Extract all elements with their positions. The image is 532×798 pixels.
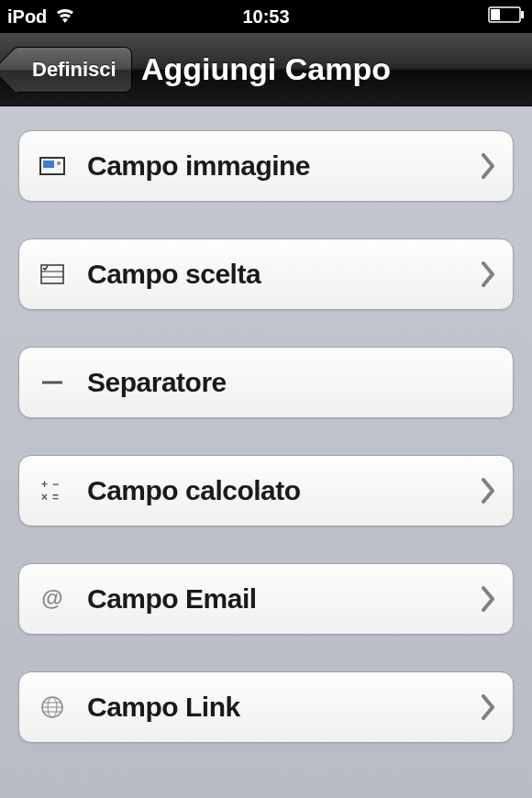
back-button[interactable]: Definisci — [11, 47, 132, 93]
svg-text:+: + — [41, 478, 48, 491]
nav-bar: Definisci Aggiungi Campo — [0, 33, 532, 106]
list-item-label: Separatore — [87, 367, 496, 398]
list-item-separator[interactable]: Separatore — [18, 347, 514, 418]
list-item-link-field[interactable]: Campo Link — [18, 671, 514, 743]
svg-rect-1 — [521, 11, 524, 18]
list-item-label: Campo Link — [87, 692, 480, 723]
link-field-icon — [36, 691, 69, 724]
battery-icon — [488, 6, 525, 28]
chevron-right-icon — [480, 153, 496, 179]
list-item-choice-field[interactable]: Campo scelta — [18, 238, 514, 310]
chevron-right-icon — [480, 694, 496, 720]
calculated-field-icon: +−×= — [36, 474, 69, 507]
svg-text:−: − — [52, 478, 59, 491]
email-field-icon: @ — [36, 582, 69, 615]
choice-field-icon — [36, 258, 69, 291]
svg-rect-2 — [491, 9, 500, 20]
list-item-label: Campo calcolato — [87, 475, 480, 506]
list-item-label: Campo immagine — [87, 150, 480, 182]
svg-point-5 — [57, 161, 61, 165]
svg-text:=: = — [52, 491, 59, 504]
list-item-image-field[interactable]: Campo immagine — [18, 130, 514, 202]
image-field-icon — [36, 150, 69, 183]
svg-rect-6 — [41, 265, 63, 283]
chevron-right-icon — [480, 261, 496, 287]
clock: 10:53 — [242, 6, 289, 27]
list-item-label: Campo Email — [87, 583, 480, 615]
device-label: iPod — [7, 6, 47, 28]
chevron-right-icon — [480, 586, 496, 612]
status-bar: iPod 10:53 — [0, 0, 532, 33]
list-item-email-field[interactable]: @ Campo Email — [18, 563, 514, 635]
chevron-right-icon — [480, 478, 496, 504]
field-type-list: Campo immagine Campo scelta Separatore +… — [0, 106, 532, 767]
svg-rect-4 — [43, 161, 54, 168]
list-item-label: Campo scelta — [87, 259, 480, 290]
svg-text:×: × — [41, 491, 48, 504]
page-title: Aggiungi Campo — [141, 51, 391, 87]
wifi-icon — [54, 6, 76, 28]
list-item-calculated-field[interactable]: +−×= Campo calcolato — [18, 455, 514, 526]
separator-icon — [36, 366, 69, 399]
back-button-label: Definisci — [32, 58, 116, 82]
svg-text:@: @ — [41, 585, 62, 610]
